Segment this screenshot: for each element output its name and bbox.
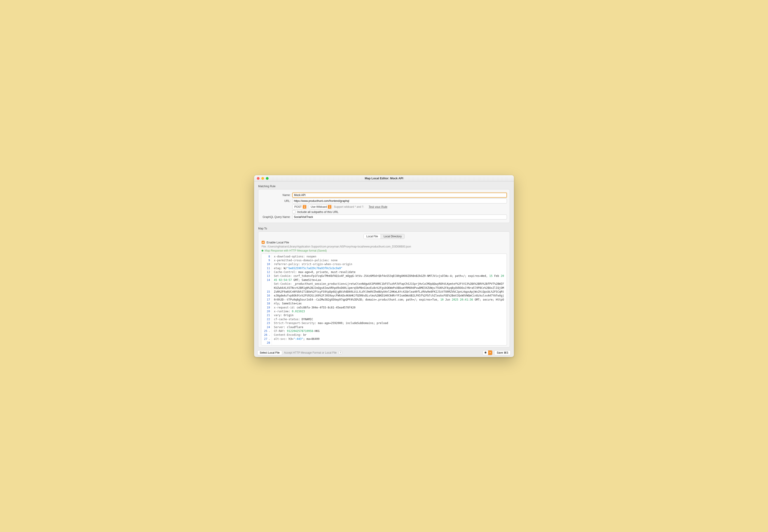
footer: Select Local File Accept HTTP Message Fo… (254, 348, 514, 357)
editor-line (274, 341, 505, 345)
file-path: /Users/nghiatran/Library/Application Sup… (267, 245, 411, 248)
editor-line: { (274, 345, 505, 345)
editor-line: referrer-policy: strict-origin-when-cros… (274, 262, 505, 266)
section-heading: Map To (258, 227, 510, 230)
matching-rule-panel: Name: URL: POST Use Wildcard Support wil… (258, 189, 510, 223)
status-dot-icon (261, 250, 263, 252)
maximize-icon[interactable] (266, 177, 268, 180)
chevron-down-icon (488, 350, 492, 355)
titlebar: Map Local Editor: Mock API (254, 175, 514, 182)
editor-line: cf-cache-status: DYNAMIC (274, 317, 505, 321)
status-line: Map Response with HTTP Message format (S… (261, 249, 507, 252)
enable-local-file-label: Enable Local File (266, 241, 289, 244)
settings-menu-button[interactable]: ✱ (483, 350, 493, 355)
footer-hint: Accept HTTP Message Format or Local File (284, 351, 336, 354)
app-window: Map Local Editor: Mock API Matching Rule… (254, 175, 514, 357)
editor-line: alt-svc: h3=":443"; ma=86400 (274, 337, 505, 341)
chevron-updown-icon (329, 206, 330, 208)
wildcard-select[interactable]: Use Wildcard (309, 204, 332, 209)
method-value: POST (294, 205, 302, 208)
window-controls (257, 177, 268, 180)
status-text: Map Response with HTTP Message format (S… (265, 249, 327, 252)
map-mode-tabs: Local File Local Directory (363, 234, 405, 239)
editor-line: Server: cloudflare (274, 325, 505, 329)
editor-line: Set-Cookie: csrf_token=FpiFzqGvTMnKbF6Q1… (274, 274, 505, 282)
help-icon[interactable]: ? (338, 351, 342, 355)
graphql-label: GraphQL Query Name: (261, 215, 290, 219)
url-input[interactable] (292, 198, 507, 203)
editor-line: vary: Origin (274, 313, 505, 317)
editor-line: CF-RAY: 9122042578710958-HKG (274, 329, 505, 333)
name-input[interactable] (292, 193, 507, 198)
close-icon[interactable] (257, 177, 259, 180)
name-label: Name: (261, 194, 290, 197)
window-title: Map Local Editor: Mock API (254, 177, 514, 180)
tab-local-file[interactable]: Local File (364, 234, 380, 239)
matching-rule-section: Matching Rule Name: URL: POST Use Wildca… (254, 182, 514, 224)
editor-line: Set-Cookie: _producthunt_session_product… (274, 282, 505, 306)
editor-line: x-request-id: ce5c88fa-304e-4f55-8c81-45… (274, 306, 505, 310)
editor-line: x-download-options: noopen (274, 255, 505, 259)
chevron-updown-icon (303, 206, 305, 208)
include-subpaths-checkbox[interactable] (292, 210, 295, 213)
select-local-file-button[interactable]: Select Local File (257, 350, 282, 355)
wildcard-value: Use Wildcard (311, 205, 327, 208)
editor-gutter: 891011121314..1516171819202122232425⌄26⌄… (261, 254, 272, 345)
minimize-icon[interactable] (261, 177, 264, 180)
map-to-section: Map To Local File Local Directory Enable… (254, 224, 514, 348)
test-rule-link[interactable]: Test your Rule (368, 205, 388, 208)
section-heading: Matching Rule (258, 185, 510, 188)
url-label: URL: (261, 199, 290, 203)
editor-line: Strict-Transport-Security: max-age=25920… (274, 321, 505, 325)
graphql-query-input[interactable] (292, 215, 507, 219)
include-subpaths-label: Include all subpaths of this URL (297, 210, 338, 214)
save-button[interactable]: Save ⌘S (494, 350, 511, 355)
gear-icon: ✱ (483, 350, 488, 355)
editor-line: x-permitted-cross-domain-policies: none (274, 259, 505, 262)
enable-local-file-checkbox[interactable] (261, 241, 265, 244)
editor-code[interactable]: x-download-options: noopenx-permitted-cr… (272, 254, 507, 345)
tab-local-directory[interactable]: Local Directory (380, 234, 404, 239)
wildcard-hint: Support wildcard * and ?. (334, 205, 364, 208)
method-select[interactable]: POST (292, 204, 307, 209)
map-to-panel: Local File Local Directory Enable Local … (258, 231, 510, 348)
editor-line: Content-Encoding: br (274, 333, 505, 337)
editor-line: Cache-Control: max-age=0, private, must-… (274, 270, 505, 274)
editor-line: etag: W/"be65259075c7ad29c70a93f0c5cbc9a… (274, 266, 505, 270)
response-editor[interactable]: 891011121314..1516171819202122232425⌄26⌄… (261, 254, 507, 345)
file-label: File: (261, 245, 267, 248)
editor-line: x-runtime: 0.015923 (274, 310, 505, 313)
